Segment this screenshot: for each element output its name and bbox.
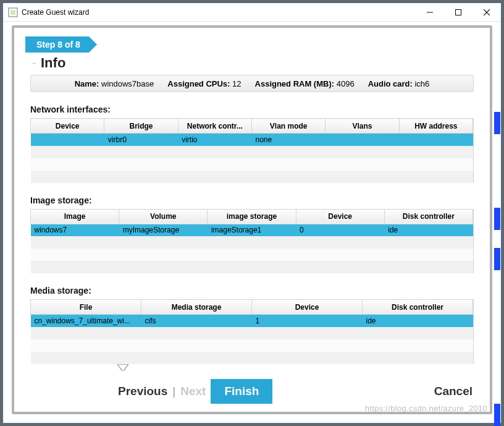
wizard-footer: Previous | Next Finish Cancel xyxy=(14,371,490,412)
wizard-nav-group: Previous | Next Finish xyxy=(118,379,272,404)
wizard-content: Step 8 of 8 → Info Name: windows7base As… xyxy=(14,28,490,371)
minimize-button[interactable] xyxy=(416,3,444,22)
nav-divider: | xyxy=(172,385,175,398)
media-table: File Media storage Device Disk controlle… xyxy=(30,299,474,364)
app-icon xyxy=(8,7,18,17)
table-row xyxy=(31,236,473,249)
wizard-panel: Step 8 of 8 → Info Name: windows7base As… xyxy=(12,25,492,414)
scroll-mark xyxy=(494,404,500,426)
right-scroll-gutter xyxy=(492,25,501,414)
table-row xyxy=(31,261,473,273)
summary-audio: Audio card: ich6 xyxy=(368,79,430,88)
col-bridge[interactable]: Bridge xyxy=(104,119,178,134)
panel-tail-icon xyxy=(119,365,127,371)
col-device[interactable]: Device xyxy=(296,209,384,224)
cancel-button[interactable]: Cancel xyxy=(434,385,472,398)
summary-name: Name: windows7base xyxy=(75,79,154,88)
titlebar: Create Guest wizard xyxy=(3,3,501,22)
svg-rect-1 xyxy=(10,10,15,15)
table-row[interactable]: cn_windows_7_ultimate_wi... cifs 1 ide xyxy=(31,315,473,327)
info-heading-row: → Info xyxy=(30,55,474,71)
table-row xyxy=(31,171,473,183)
next-button: Next xyxy=(180,385,206,398)
table-row xyxy=(31,327,473,339)
col-file[interactable]: File xyxy=(31,300,141,315)
step-ribbon: Step 8 of 8 xyxy=(30,36,89,53)
table-row xyxy=(31,249,473,261)
scroll-mark xyxy=(494,208,500,230)
col-hw-address[interactable]: HW address xyxy=(399,119,472,134)
window-frame: Create Guest wizard Step 8 of 8 → Info N… xyxy=(2,2,502,424)
summary-ram: Assigned RAM (MB): 4096 xyxy=(255,79,355,88)
col-device[interactable]: Device xyxy=(31,119,104,134)
col-image-storage[interactable]: image storage xyxy=(208,209,296,224)
summary-cpus: Assigned CPUs: 12 xyxy=(167,79,241,88)
col-image[interactable]: Image xyxy=(31,209,119,224)
col-device[interactable]: Device xyxy=(252,300,363,315)
finish-button[interactable]: Finish xyxy=(211,379,272,404)
col-media-storage[interactable]: Media storage xyxy=(141,300,252,315)
col-controller[interactable]: Network contr... xyxy=(178,119,251,134)
svg-rect-3 xyxy=(456,9,461,15)
col-disk-controller[interactable]: Disk controller xyxy=(363,300,473,315)
collapse-arrow-icon: → xyxy=(30,59,37,67)
table-row[interactable]: virbr0 virtio none xyxy=(31,134,473,146)
scroll-mark xyxy=(494,248,500,270)
col-vlans[interactable]: Vlans xyxy=(326,119,399,134)
summary-bar: Name: windows7base Assigned CPUs: 12 Ass… xyxy=(30,75,474,92)
col-volume[interactable]: Volume xyxy=(119,209,208,224)
table-row xyxy=(31,352,473,364)
page-title: Info xyxy=(41,55,65,71)
table-row xyxy=(31,158,473,171)
table-row xyxy=(31,146,473,158)
table-row xyxy=(31,339,473,352)
col-disk-controller[interactable]: Disk controller xyxy=(384,209,472,224)
network-table: Device Bridge Network contr... Vlan mode… xyxy=(30,118,474,183)
window-title: Create Guest wizard xyxy=(22,8,416,17)
section-title-image: Image storage: xyxy=(30,195,474,205)
scroll-mark xyxy=(494,112,500,134)
previous-button[interactable]: Previous xyxy=(118,385,167,398)
close-button[interactable] xyxy=(472,3,501,22)
maximize-button[interactable] xyxy=(444,3,472,22)
section-title-media: Media storage: xyxy=(30,286,474,296)
image-table: Image Volume image storage Device Disk c… xyxy=(30,209,474,274)
table-row[interactable]: windows7 myImageStorage imageStorage1 0 … xyxy=(31,224,473,236)
section-title-network: Network interfaces: xyxy=(30,104,474,114)
col-vlan-mode[interactable]: Vlan mode xyxy=(251,119,325,134)
